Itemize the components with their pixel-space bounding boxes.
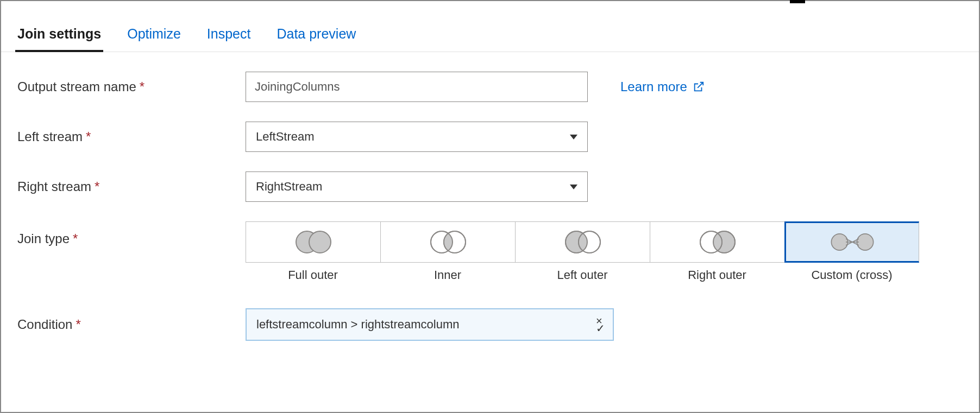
- chevron-down-icon: [570, 135, 577, 139]
- required-marker: *: [86, 129, 91, 144]
- settings-panel: Join settings Optimize Inspect Data prev…: [0, 0, 980, 413]
- tab-join-settings[interactable]: Join settings: [17, 26, 101, 52]
- join-type-inner-label: Inner: [434, 268, 461, 282]
- svg-point-1: [309, 231, 331, 253]
- right-stream-select[interactable]: RightStream: [246, 171, 588, 202]
- custom-cross-icon: [830, 230, 875, 255]
- top-handle: [790, 0, 805, 3]
- join-type-left-outer-label: Left outer: [557, 268, 608, 282]
- join-type-full-outer: Full outer: [246, 221, 380, 282]
- full-outer-icon: [291, 230, 336, 255]
- join-type-options: Full outer: [246, 221, 919, 282]
- label-condition: Condition*: [17, 308, 246, 332]
- join-type-right-outer: Right outer: [650, 221, 784, 282]
- left-stream-value: LeftStream: [256, 130, 315, 144]
- label-join-type: Join type*: [17, 221, 246, 246]
- condition-clear-confirm-icon[interactable]: ×✓: [596, 317, 605, 332]
- chevron-down-icon: [570, 185, 577, 189]
- join-type-full-outer-button[interactable]: [246, 221, 380, 263]
- label-left-stream: Left stream*: [17, 122, 246, 144]
- learn-more-link[interactable]: Learn more: [620, 72, 705, 94]
- row-condition: Condition* leftstreamcolumn > rightstrea…: [17, 308, 963, 341]
- tab-data-preview[interactable]: Data preview: [277, 26, 356, 52]
- required-marker: *: [140, 79, 145, 94]
- join-type-custom-cross: Custom (cross): [784, 221, 919, 282]
- required-marker: *: [95, 179, 99, 194]
- join-type-inner: Inner: [380, 221, 515, 282]
- form-area: Output stream name* Learn more Left stre…: [1, 52, 979, 371]
- join-type-full-outer-label: Full outer: [288, 268, 338, 282]
- label-right-stream: Right stream*: [17, 171, 246, 194]
- join-type-custom-cross-label: Custom (cross): [811, 268, 892, 282]
- tab-optimize[interactable]: Optimize: [127, 26, 181, 52]
- learn-more-text: Learn more: [620, 79, 687, 94]
- join-type-right-outer-label: Right outer: [688, 268, 746, 282]
- external-link-icon: [693, 81, 705, 93]
- condition-value: leftstreamcolumn > rightstreamcolumn: [256, 317, 460, 332]
- join-type-custom-cross-button[interactable]: [784, 221, 919, 263]
- required-marker: *: [76, 317, 80, 332]
- inner-icon: [425, 230, 471, 255]
- right-outer-icon: [695, 230, 740, 255]
- join-type-left-outer: Left outer: [515, 221, 650, 282]
- left-stream-select[interactable]: LeftStream: [246, 122, 588, 152]
- left-outer-icon: [560, 230, 606, 255]
- output-stream-name-input[interactable]: [246, 72, 588, 102]
- row-join-type: Join type* Full outer: [17, 221, 963, 282]
- condition-input[interactable]: leftstreamcolumn > rightstreamcolumn ×✓: [246, 308, 614, 341]
- required-marker: *: [73, 231, 78, 246]
- row-output-stream-name: Output stream name* Learn more: [17, 72, 963, 102]
- join-type-right-outer-button[interactable]: [650, 221, 784, 263]
- row-left-stream: Left stream* LeftStream: [17, 122, 963, 152]
- join-type-inner-button[interactable]: [380, 221, 515, 263]
- join-type-left-outer-button[interactable]: [515, 221, 650, 263]
- label-output-stream-name: Output stream name*: [17, 72, 246, 94]
- right-stream-value: RightStream: [256, 180, 322, 194]
- svg-point-20: [831, 234, 847, 250]
- tab-bar: Join settings Optimize Inspect Data prev…: [1, 1, 979, 52]
- row-right-stream: Right stream* RightStream: [17, 171, 963, 202]
- tab-inspect[interactable]: Inspect: [207, 26, 251, 52]
- svg-point-21: [857, 234, 873, 250]
